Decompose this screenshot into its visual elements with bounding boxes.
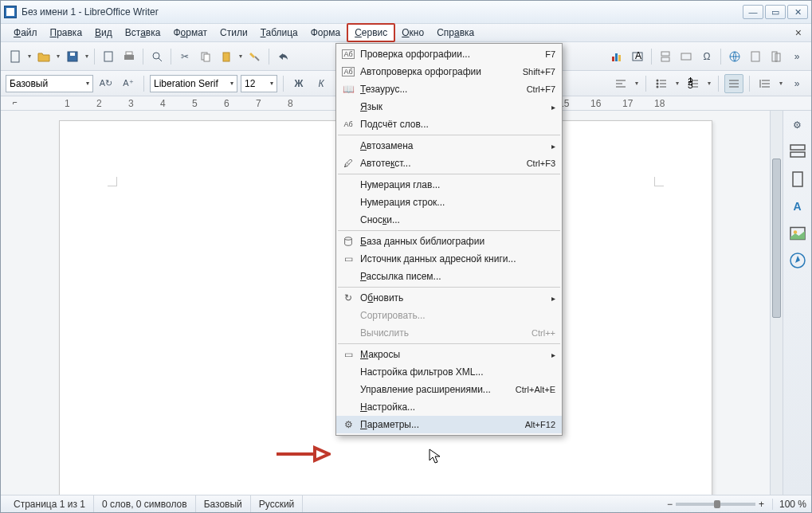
print-preview-button[interactable]: [147, 47, 167, 66]
sidebar-gallery-icon[interactable]: [788, 224, 807, 243]
new-style-button[interactable]: A⁺: [119, 74, 138, 93]
svg-rect-13: [615, 53, 618, 61]
open-button[interactable]: [34, 47, 53, 66]
menu-autotext[interactable]: 🖊 Автотекст... Ctrl+F3: [336, 155, 562, 172]
numbering-button[interactable]: 123: [684, 74, 703, 93]
sidebar-properties-icon[interactable]: [788, 143, 807, 162]
align-dropdown[interactable]: ▾: [634, 80, 640, 87]
menu-language[interactable]: Язык▸: [336, 98, 562, 116]
cut-button[interactable]: ✂: [175, 47, 194, 66]
menu-wordcount[interactable]: Аб Подсчёт слов...: [336, 116, 562, 133]
menu-help[interactable]: Справка: [430, 25, 481, 41]
save-dropdown[interactable]: ▾: [84, 53, 90, 60]
menu-footnotes[interactable]: Сноски...: [336, 211, 562, 229]
undo-button[interactable]: [273, 47, 292, 66]
bullets-dropdown[interactable]: ▾: [674, 80, 681, 87]
chart-button[interactable]: [607, 47, 626, 66]
menu-tools[interactable]: Сервис: [347, 23, 395, 42]
menu-extensions[interactable]: Управление расширениями... Ctrl+Alt+E: [336, 381, 562, 398]
sidebar-page-icon[interactable]: [788, 170, 807, 189]
textbox-button[interactable]: A: [628, 47, 647, 66]
numbering-dropdown[interactable]: ▾: [706, 80, 712, 87]
menu-mail-merge[interactable]: Рассылка писем...: [336, 268, 562, 285]
menu-macros[interactable]: ▭ Макросы▸: [336, 346, 562, 363]
status-wordcount[interactable]: 0 слов, 0 символов: [94, 495, 196, 512]
ruler-mark: 6: [224, 98, 256, 109]
menu-form[interactable]: Форма: [304, 25, 347, 41]
zoom-out-button[interactable]: −: [667, 499, 673, 510]
font-combo[interactable]: Liberation Serif▾: [150, 75, 237, 92]
footnote-button[interactable]: [746, 47, 765, 66]
hyperlink-button[interactable]: [725, 47, 744, 66]
menu-window[interactable]: Окно: [395, 25, 430, 41]
maximize-button[interactable]: ▭: [765, 5, 786, 19]
more-format-button[interactable]: »: [787, 74, 806, 93]
menu-customize[interactable]: Настройка...: [336, 398, 562, 416]
scrollbar-thumb[interactable]: [772, 159, 781, 318]
sidebar-settings-icon[interactable]: ⚙: [788, 116, 807, 135]
bold-button[interactable]: Ж: [289, 74, 308, 93]
open-dropdown[interactable]: ▾: [55, 53, 61, 60]
svg-rect-9: [204, 54, 210, 61]
align-left-button[interactable]: [611, 74, 630, 93]
menu-view[interactable]: Вид: [88, 25, 119, 41]
justify-button[interactable]: [724, 74, 743, 93]
menu-table[interactable]: Таблица: [254, 25, 304, 41]
menu-autocorrect[interactable]: Автозамена▸: [336, 137, 562, 155]
menu-insert[interactable]: Вставка: [119, 25, 167, 41]
status-page[interactable]: Страница 1 из 1: [6, 495, 94, 512]
sidebar-navigator-icon[interactable]: [788, 251, 807, 270]
italic-button[interactable]: К: [312, 74, 331, 93]
paste-dropdown[interactable]: ▾: [237, 53, 244, 60]
page-break-button[interactable]: [656, 47, 675, 66]
status-style[interactable]: Базовый: [196, 495, 251, 512]
clone-format-button[interactable]: [245, 47, 265, 66]
export-pdf-button[interactable]: [99, 47, 118, 66]
sidebar-styles-icon[interactable]: A: [788, 197, 807, 216]
field-button[interactable]: [677, 47, 696, 66]
more-button[interactable]: »: [787, 47, 806, 66]
menu-file[interactable]: Файл: [7, 25, 44, 41]
svg-rect-17: [661, 52, 669, 56]
close-button[interactable]: ✕: [787, 5, 808, 19]
zoom-slider-track[interactable]: [676, 503, 755, 506]
menu-address-book[interactable]: ▭ Источник данных адресной книги...: [336, 250, 562, 268]
paste-button[interactable]: [217, 47, 236, 66]
style-combo[interactable]: Базовый▾: [6, 75, 93, 92]
menu-edit[interactable]: Правка: [44, 25, 89, 41]
menu-styles[interactable]: Стили: [214, 25, 254, 41]
menu-format[interactable]: Формат: [167, 25, 214, 41]
svg-rect-21: [751, 52, 759, 61]
zoom-in-button[interactable]: +: [759, 499, 764, 510]
menu-line-numbering[interactable]: Нумерация строк...: [336, 194, 562, 211]
menu-xml-filter[interactable]: Настройка фильтров XML...: [336, 363, 562, 381]
update-style-button[interactable]: A↻: [96, 74, 116, 93]
menu-update[interactable]: ↻ Обновить▸: [336, 289, 562, 307]
menu-spellcheck[interactable]: Аб Проверка орфографии... F7: [336, 45, 562, 63]
size-combo[interactable]: 12▾: [241, 75, 277, 92]
doc-close-button[interactable]: ×: [792, 26, 805, 39]
zoom-value[interactable]: 100 %: [772, 499, 806, 510]
tools-dropdown: Аб Проверка орфографии... F7 Аб Автопров…: [335, 43, 563, 436]
new-dropdown[interactable]: ▾: [26, 53, 33, 60]
vertical-scrollbar[interactable]: [770, 111, 783, 495]
autotext-icon: 🖊: [339, 158, 357, 169]
menu-options[interactable]: ⚙ Параметры... Alt+F12: [336, 416, 562, 433]
menu-autospell[interactable]: Аб Автопроверка орфографии Shift+F7: [336, 63, 562, 80]
menu-bibliography-db[interactable]: База данных библиографии: [336, 233, 562, 250]
bookmark-button[interactable]: [767, 47, 786, 66]
print-button[interactable]: [120, 47, 139, 66]
zoom-control[interactable]: − + 100 %: [667, 499, 806, 510]
bullets-button[interactable]: [652, 74, 671, 93]
minimize-button[interactable]: ―: [743, 5, 763, 19]
menu-thesaurus[interactable]: 📖 Тезаурус... Ctrl+F7: [336, 80, 562, 98]
special-char-button[interactable]: Ω: [697, 47, 716, 66]
menu-chapter-numbering[interactable]: Нумерация глав...: [336, 176, 562, 194]
status-language[interactable]: Русский: [251, 495, 304, 512]
new-button[interactable]: [6, 47, 25, 66]
zoom-slider-knob[interactable]: [714, 500, 720, 508]
copy-button[interactable]: [196, 47, 215, 66]
save-button[interactable]: [63, 47, 82, 66]
line-spacing-button[interactable]: [755, 74, 775, 93]
line-spacing-dropdown[interactable]: ▾: [778, 80, 784, 87]
